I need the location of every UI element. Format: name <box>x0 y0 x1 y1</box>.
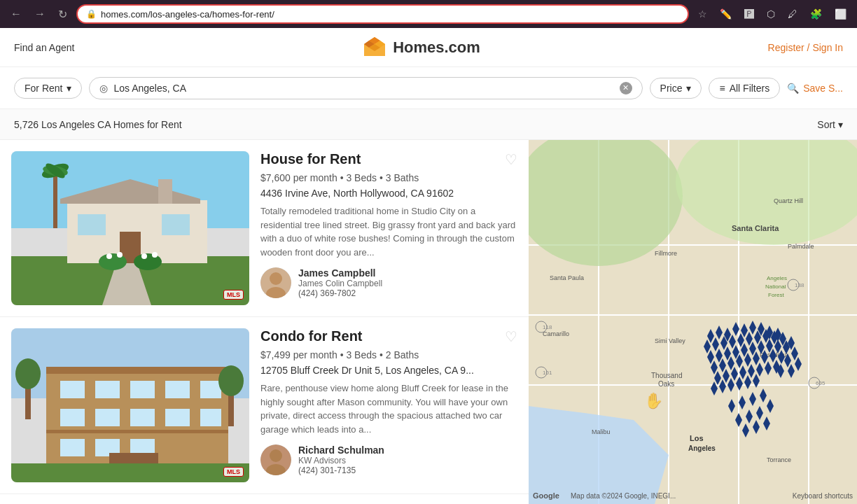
svg-rect-6 <box>53 172 57 228</box>
svg-point-20 <box>106 253 112 259</box>
refresh-button[interactable]: ↻ <box>55 6 71 22</box>
search-icon: 🔍 <box>787 83 799 94</box>
save-search-button[interactable]: 🔍 Save S... <box>787 83 843 94</box>
address-bar[interactable]: 🔒 <box>76 4 689 24</box>
svg-text:Malibu: Malibu <box>592 428 611 435</box>
svg-rect-32 <box>60 381 85 398</box>
agent-name-2: Richard Schulman <box>298 444 384 456</box>
svg-rect-13 <box>158 179 172 204</box>
results-header: 5,726 Los Angeles CA Homes for Rent Sort… <box>0 109 857 140</box>
svg-point-18 <box>99 253 127 270</box>
register-link[interactable]: Register / Sign In <box>768 42 843 53</box>
listing-details-2: Condo for Rent ♡ $7,499 per month • 3 Be… <box>260 328 517 482</box>
agent-company-2: KW Advisors <box>298 456 384 465</box>
all-filters-button[interactable]: ≡ All Filters <box>709 78 780 99</box>
extension-icon[interactable]: 🅿 <box>741 7 758 21</box>
svg-text:101: 101 <box>543 370 552 376</box>
all-filters-label: All Filters <box>730 83 770 94</box>
svg-rect-16 <box>162 214 190 235</box>
for-rent-button[interactable]: For Rent ▾ <box>14 78 82 99</box>
forward-button[interactable]: → <box>31 6 49 22</box>
svg-text:Palmdale: Palmdale <box>788 243 814 250</box>
svg-text:Thousand: Thousand <box>651 372 682 379</box>
svg-rect-41 <box>200 409 221 426</box>
svg-text:Camarillo: Camarillo <box>543 330 569 337</box>
svg-rect-35 <box>165 381 190 398</box>
for-rent-label: For Rent <box>25 83 62 94</box>
listing-title-2: Condo for Rent <box>260 328 363 344</box>
svg-text:Oaks: Oaks <box>658 380 674 388</box>
svg-point-29 <box>15 358 41 389</box>
chevron-down-icon: ▾ <box>67 83 71 94</box>
location-input-wrapper: ◎ ✕ <box>89 77 642 99</box>
agent-avatar-svg-2 <box>260 444 291 475</box>
svg-rect-34 <box>130 381 155 398</box>
extension2-icon[interactable]: ⬡ <box>763 7 779 21</box>
svg-point-22 <box>141 253 147 259</box>
svg-rect-33 <box>95 381 120 398</box>
agent-company-1: James Colin Campbell <box>298 279 382 288</box>
agent-row-1: James Campbell James Colin Campbell (424… <box>260 267 517 298</box>
svg-rect-15 <box>78 214 106 235</box>
svg-text:Santa Paula: Santa Paula <box>550 274 584 281</box>
listing-address-1[interactable]: 4436 Irvine Ave, North Hollywood, CA 916… <box>260 188 517 199</box>
listing-title-row-1: House for Rent ♡ <box>260 151 517 168</box>
pen2-icon[interactable]: 🖊 <box>784 7 801 21</box>
svg-text:138: 138 <box>795 282 804 288</box>
logo: Homes.com <box>362 35 480 60</box>
svg-point-21 <box>117 252 123 258</box>
listing-image-2[interactable]: MLS <box>11 328 249 482</box>
keyboard-shortcuts[interactable]: Keyboard shortcuts <box>793 492 853 500</box>
listing-description-1: Totally remodeled traditional home in St… <box>260 204 517 259</box>
map-data-text: Map data ©2024 Google, INEGI... <box>571 492 676 500</box>
svg-rect-31 <box>46 367 228 374</box>
svg-rect-36 <box>200 381 221 398</box>
listing-details-1: House for Rent ♡ $7,600 per month • 3 Be… <box>260 151 517 305</box>
browser-chrome: ← → ↻ 🔒 ☆ ✏️ 🅿 ⬡ 🖊 🧩 ⬜ <box>0 0 857 28</box>
main-content: MLS House for Rent ♡ $7,600 per month • … <box>0 140 857 504</box>
agent-phone-1: (424) 369-7802 <box>298 288 382 298</box>
agent-name-1: James Campbell <box>298 267 382 279</box>
svg-rect-39 <box>130 409 155 426</box>
sort-chevron-icon: ▾ <box>838 119 843 130</box>
svg-rect-42 <box>46 430 228 433</box>
clear-location-button[interactable]: ✕ <box>620 82 632 94</box>
map-svg: Santa Paula Fillmore Santa Clarita Camar… <box>529 140 857 504</box>
agent-info-2: Richard Schulman KW Advisors (424) 301-7… <box>298 444 384 475</box>
agent-phone-2: (424) 301-7135 <box>298 465 384 475</box>
svg-text:118: 118 <box>543 324 552 330</box>
back-button[interactable]: ← <box>7 6 25 22</box>
svg-text:605: 605 <box>816 380 825 386</box>
listing-card-2: MLS Condo for Rent ♡ $7,499 per month • … <box>0 317 529 494</box>
listing-title-1: House for Rent <box>260 151 361 167</box>
svg-point-49 <box>218 365 244 396</box>
svg-point-25 <box>270 272 282 285</box>
listing-title-row-2: Condo for Rent ♡ <box>260 328 517 345</box>
logo-text: Homes.com <box>393 38 480 57</box>
listing-address-2[interactable]: 12705 Bluff Creek Dr Unit 5, Los Angeles… <box>260 365 517 376</box>
price-button[interactable]: Price ▾ <box>650 78 702 99</box>
mls-badge-1: MLS <box>223 290 244 300</box>
svg-rect-38 <box>95 409 120 426</box>
url-input[interactable] <box>101 9 679 20</box>
tablet-icon[interactable]: ⬜ <box>831 7 850 21</box>
svg-rect-43 <box>60 439 85 456</box>
pencil-icon[interactable]: ✏️ <box>716 7 735 21</box>
listing-price-1: $7,600 per month • 3 Beds • 3 Baths <box>260 172 517 183</box>
sort-button[interactable]: Sort ▾ <box>817 119 843 130</box>
bookmark-button[interactable]: ☆ <box>695 7 711 21</box>
price-label: Price <box>660 83 683 94</box>
location-input[interactable] <box>113 83 613 94</box>
favorite-button-1[interactable]: ♡ <box>505 151 517 168</box>
lock-icon: 🔒 <box>86 9 97 19</box>
agent-avatar-svg-1 <box>260 267 291 298</box>
find-agent-link[interactable]: Find an Agent <box>14 42 74 53</box>
svg-text:Forest: Forest <box>768 292 784 298</box>
results-count: 5,726 Los Angeles CA Homes for Rent <box>14 119 182 130</box>
extension3-icon[interactable]: 🧩 <box>807 7 825 21</box>
save-search-label: Save S... <box>803 83 843 94</box>
favorite-button-2[interactable]: ♡ <box>505 328 517 345</box>
listing-image-1[interactable]: MLS <box>11 151 249 305</box>
house2-svg <box>11 328 249 482</box>
map-panel[interactable]: Santa Paula Fillmore Santa Clarita Camar… <box>529 140 857 504</box>
